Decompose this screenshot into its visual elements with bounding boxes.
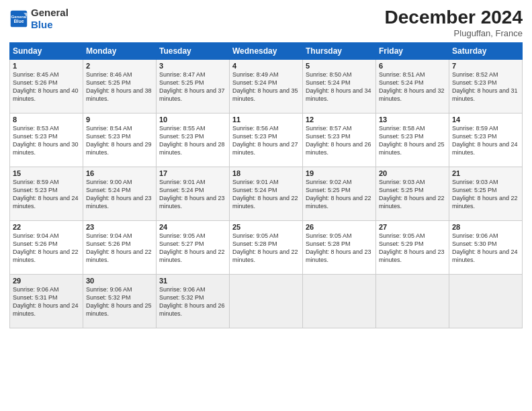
calendar-week-row: 29 Sunrise: 9:06 AMSunset: 5:31 PMDaylig… [10, 275, 523, 328]
calendar-cell: 4 Sunrise: 8:49 AMSunset: 5:24 PMDayligh… [230, 60, 303, 113]
cell-info: Sunrise: 8:45 AMSunset: 5:26 PMDaylight:… [13, 71, 79, 102]
location: Pluguffan, France [385, 28, 523, 38]
cell-info: Sunrise: 9:05 AMSunset: 5:28 PMDaylight:… [306, 232, 371, 263]
day-number: 8 [13, 116, 80, 124]
day-number: 30 [86, 277, 153, 285]
weekday-header: Sunday [10, 43, 83, 60]
day-number: 15 [13, 169, 80, 177]
day-number: 3 [159, 62, 226, 70]
header: General Blue General Blue December 2024 … [9, 7, 523, 38]
cell-info: Sunrise: 8:53 AMSunset: 5:23 PMDaylight:… [13, 125, 79, 156]
day-number: 7 [452, 62, 519, 70]
weekday-header: Tuesday [157, 43, 230, 60]
day-number: 24 [159, 223, 226, 231]
day-number: 27 [379, 223, 446, 231]
calendar-cell: 2 Sunrise: 8:46 AMSunset: 5:25 PMDayligh… [83, 60, 157, 113]
calendar-cell: 17 Sunrise: 9:01 AMSunset: 5:24 PMDaylig… [157, 167, 230, 221]
logo-text: General Blue [31, 7, 69, 31]
cell-info: Sunrise: 8:52 AMSunset: 5:23 PMDaylight:… [452, 71, 518, 102]
cell-info: Sunrise: 9:05 AMSunset: 5:28 PMDaylight:… [232, 232, 298, 263]
cell-info: Sunrise: 8:55 AMSunset: 5:23 PMDaylight:… [159, 125, 225, 156]
calendar-cell: 31 Sunrise: 9:06 AMSunset: 5:32 PMDaylig… [157, 275, 230, 328]
cell-info: Sunrise: 9:03 AMSunset: 5:25 PMDaylight:… [379, 179, 445, 210]
weekday-header: Saturday [449, 43, 523, 60]
day-number: 19 [306, 169, 373, 177]
day-number: 17 [159, 169, 226, 177]
cell-info: Sunrise: 9:06 AMSunset: 5:32 PMDaylight:… [159, 286, 225, 317]
calendar-cell: 19 Sunrise: 9:02 AMSunset: 5:25 PMDaylig… [303, 167, 376, 221]
calendar-cell: 20 Sunrise: 9:03 AMSunset: 5:25 PMDaylig… [376, 167, 449, 221]
calendar-cell: 29 Sunrise: 9:06 AMSunset: 5:31 PMDaylig… [10, 275, 83, 328]
svg-text:Blue: Blue [13, 19, 24, 24]
cell-info: Sunrise: 8:50 AMSunset: 5:24 PMDaylight:… [306, 71, 371, 102]
title-block: December 2024 Pluguffan, France [385, 7, 523, 38]
calendar-cell [376, 275, 449, 328]
calendar-cell: 21 Sunrise: 9:03 AMSunset: 5:25 PMDaylig… [449, 167, 523, 221]
svg-text:General: General [11, 14, 27, 19]
calendar-cell: 8 Sunrise: 8:53 AMSunset: 5:23 PMDayligh… [10, 113, 83, 167]
calendar-cell [230, 275, 303, 328]
calendar-cell: 15 Sunrise: 8:59 AMSunset: 5:23 PMDaylig… [10, 167, 83, 221]
logo: General Blue General Blue [9, 7, 69, 31]
calendar-cell: 11 Sunrise: 8:56 AMSunset: 5:23 PMDaylig… [230, 113, 303, 167]
cell-info: Sunrise: 9:01 AMSunset: 5:24 PMDaylight:… [232, 179, 298, 210]
calendar-cell: 30 Sunrise: 9:06 AMSunset: 5:32 PMDaylig… [83, 275, 157, 328]
calendar-cell: 24 Sunrise: 9:05 AMSunset: 5:27 PMDaylig… [157, 221, 230, 275]
day-number: 1 [13, 62, 80, 70]
weekday-header: Friday [376, 43, 449, 60]
calendar-cell: 7 Sunrise: 8:52 AMSunset: 5:23 PMDayligh… [449, 60, 523, 113]
cell-info: Sunrise: 9:00 AMSunset: 5:24 PMDaylight:… [86, 179, 152, 210]
day-number: 14 [452, 116, 519, 124]
logo-general: General [31, 7, 69, 18]
month-year: December 2024 [385, 7, 523, 28]
day-number: 6 [379, 62, 446, 70]
logo-icon: General Blue [9, 9, 28, 28]
cell-info: Sunrise: 8:56 AMSunset: 5:23 PMDaylight:… [232, 125, 298, 156]
calendar-cell: 3 Sunrise: 8:47 AMSunset: 5:25 PMDayligh… [157, 60, 230, 113]
calendar-week-row: 22 Sunrise: 9:04 AMSunset: 5:26 PMDaylig… [10, 221, 523, 275]
day-number: 21 [452, 169, 519, 177]
cell-info: Sunrise: 9:04 AMSunset: 5:26 PMDaylight:… [86, 232, 152, 263]
calendar-cell: 9 Sunrise: 8:54 AMSunset: 5:23 PMDayligh… [83, 113, 157, 167]
day-number: 2 [86, 62, 153, 70]
day-number: 29 [13, 277, 80, 285]
cell-info: Sunrise: 9:06 AMSunset: 5:32 PMDaylight:… [86, 286, 152, 317]
day-number: 9 [86, 116, 153, 124]
day-number: 10 [159, 116, 226, 124]
weekday-header: Monday [83, 43, 157, 60]
calendar-cell: 5 Sunrise: 8:50 AMSunset: 5:24 PMDayligh… [303, 60, 376, 113]
cell-info: Sunrise: 8:49 AMSunset: 5:24 PMDaylight:… [232, 71, 298, 102]
day-number: 26 [306, 223, 373, 231]
calendar-cell: 23 Sunrise: 9:04 AMSunset: 5:26 PMDaylig… [83, 221, 157, 275]
calendar-cell: 25 Sunrise: 9:05 AMSunset: 5:28 PMDaylig… [230, 221, 303, 275]
cell-info: Sunrise: 9:03 AMSunset: 5:25 PMDaylight:… [452, 179, 518, 210]
cell-info: Sunrise: 8:59 AMSunset: 5:23 PMDaylight:… [13, 179, 79, 210]
calendar-cell: 10 Sunrise: 8:55 AMSunset: 5:23 PMDaylig… [157, 113, 230, 167]
cell-info: Sunrise: 9:05 AMSunset: 5:29 PMDaylight:… [379, 232, 445, 263]
calendar-cell: 16 Sunrise: 9:00 AMSunset: 5:24 PMDaylig… [83, 167, 157, 221]
header-row: SundayMondayTuesdayWednesdayThursdayFrid… [10, 43, 523, 60]
cell-info: Sunrise: 8:59 AMSunset: 5:23 PMDaylight:… [452, 125, 518, 156]
calendar-cell: 18 Sunrise: 9:01 AMSunset: 5:24 PMDaylig… [230, 167, 303, 221]
day-number: 5 [306, 62, 373, 70]
day-number: 13 [379, 116, 446, 124]
cell-info: Sunrise: 8:58 AMSunset: 5:23 PMDaylight:… [379, 125, 445, 156]
calendar-cell: 13 Sunrise: 8:58 AMSunset: 5:23 PMDaylig… [376, 113, 449, 167]
day-number: 11 [232, 116, 300, 124]
day-number: 23 [86, 223, 153, 231]
page-container: General Blue General Blue December 2024 … [0, 0, 532, 335]
calendar-cell: 26 Sunrise: 9:05 AMSunset: 5:28 PMDaylig… [303, 221, 376, 275]
day-number: 31 [159, 277, 226, 285]
calendar-cell: 12 Sunrise: 8:57 AMSunset: 5:23 PMDaylig… [303, 113, 376, 167]
calendar-week-row: 15 Sunrise: 8:59 AMSunset: 5:23 PMDaylig… [10, 167, 523, 221]
cell-info: Sunrise: 9:02 AMSunset: 5:25 PMDaylight:… [306, 179, 371, 210]
day-number: 28 [452, 223, 519, 231]
calendar-cell: 22 Sunrise: 9:04 AMSunset: 5:26 PMDaylig… [10, 221, 83, 275]
day-number: 16 [86, 169, 153, 177]
cell-info: Sunrise: 9:04 AMSunset: 5:26 PMDaylight:… [13, 232, 79, 263]
weekday-header: Wednesday [230, 43, 303, 60]
calendar-cell: 1 Sunrise: 8:45 AMSunset: 5:26 PMDayligh… [10, 60, 83, 113]
calendar-cell [303, 275, 376, 328]
calendar-week-row: 8 Sunrise: 8:53 AMSunset: 5:23 PMDayligh… [10, 113, 523, 167]
day-number: 25 [232, 223, 300, 231]
